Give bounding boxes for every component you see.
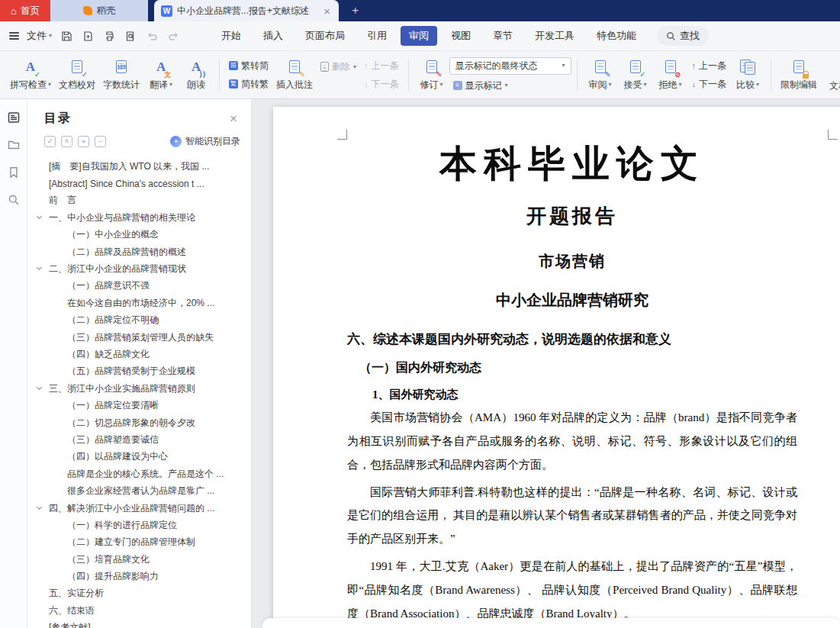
search-icon[interactable]: [8, 194, 20, 206]
doc-report-type: 开题报告: [347, 203, 797, 230]
translate-button[interactable]: A文 翻译▾: [143, 53, 179, 96]
restrict-edit-button[interactable]: 限制编辑: [777, 53, 821, 96]
accept-label: 接受: [624, 79, 642, 92]
collapse-all-icon[interactable]: ˄: [61, 136, 72, 147]
outline-panel-icon[interactable]: [8, 111, 20, 124]
document-area: 本科毕业论文 开题报告 市场营销 中小企业品牌营销研究 六、综述本课题国内外研究…: [252, 99, 840, 628]
new-tab-button[interactable]: ＋: [349, 3, 361, 19]
collapse-chevron-icon[interactable]: [37, 504, 42, 510]
toc-item[interactable]: （四）提升品牌影响力: [27, 568, 251, 585]
accept-button[interactable]: ✓ 接受▾: [618, 53, 653, 96]
toc-item[interactable]: 二、浙江中小企业的品牌营销现状: [27, 260, 251, 277]
collapse-chevron-icon[interactable]: [37, 385, 42, 390]
trad-to-simp-button[interactable]: 简 繁转简: [225, 59, 272, 73]
chapters-icon[interactable]: [8, 139, 20, 151]
toc-item[interactable]: （一）科学的进行品牌定位: [27, 517, 251, 533]
prev-comment-button[interactable]: ↑ 上一条: [360, 59, 403, 73]
export-icon[interactable]: [82, 31, 94, 42]
toc-item[interactable]: 三、浙江中小企业实施品牌营销原则: [27, 380, 251, 397]
insert-comment-button[interactable]: ✎ 插入批注: [272, 53, 317, 96]
collapse-level-icon[interactable]: －: [95, 136, 106, 147]
quick-access-toolbar: [61, 31, 179, 42]
menu-tab[interactable]: 特色功能: [588, 26, 645, 46]
toc-item[interactable]: 前 言: [27, 192, 251, 209]
toc-item[interactable]: [摘 要]自我国加入 WTO 以来，我国 ...: [27, 158, 251, 175]
toc-item[interactable]: 五、实证分析: [27, 585, 251, 602]
search-icon: [666, 31, 676, 41]
print-icon[interactable]: [104, 31, 115, 42]
markup-state-select[interactable]: 显示标记的最终状态▾: [449, 57, 571, 75]
toc-item[interactable]: （一）中小企业的概念: [27, 227, 251, 243]
expand-level-icon[interactable]: ＋: [78, 136, 89, 147]
track-changes-icon: ✎: [426, 59, 437, 76]
toc-item[interactable]: 六、结束语: [27, 602, 251, 619]
word-count-button[interactable]: 123 字数统计: [99, 53, 143, 96]
delete-comment-button[interactable]: 删除▾: [317, 60, 360, 74]
next-comment-button[interactable]: ↓ 下一条: [360, 77, 403, 92]
reject-button[interactable]: ⊘ 拒绝▾: [653, 53, 688, 96]
toc-item[interactable]: [Abstract] Since China's accession t ...: [27, 175, 251, 192]
menu-tab[interactable]: 开始: [213, 26, 249, 46]
toc-item[interactable]: 很多企业家经营者认为品牌是靠广 ...: [27, 482, 251, 499]
toc-item[interactable]: （二）品牌及品牌营销的概述: [27, 243, 251, 260]
redo-icon[interactable]: [168, 31, 179, 42]
wps-file-icon: W: [161, 5, 172, 17]
close-tab-icon[interactable]: ×: [322, 5, 332, 17]
toc-item[interactable]: （三）培育品牌文化: [27, 551, 251, 568]
hamburger-menu-icon[interactable]: [9, 31, 19, 41]
find-button[interactable]: 查找: [657, 26, 709, 46]
docer-tab[interactable]: 稻壳: [50, 0, 148, 21]
toc-item[interactable]: （四）以品牌建设为中心: [27, 449, 251, 465]
compare-button[interactable]: 比较▾: [730, 53, 765, 96]
close-panel-icon[interactable]: ×: [230, 112, 237, 125]
menu-tab[interactable]: 引用: [359, 26, 395, 46]
menu-tab[interactable]: 审阅: [401, 26, 437, 46]
menu-tab[interactable]: 页面布局: [297, 26, 353, 46]
menu-tab[interactable]: 开发工具: [526, 26, 583, 46]
show-markup-button[interactable]: ≡ 显示标记▾: [449, 79, 571, 93]
collapse-chevron-icon[interactable]: [37, 265, 42, 270]
document-tab[interactable]: W 中小企业品牌营...报告+文献综述 ×: [154, 0, 339, 21]
menu-tab[interactable]: 视图: [443, 26, 479, 46]
document-page[interactable]: 本科毕业论文 开题报告 市场营销 中小企业品牌营销研究 六、综述本课题国内外研究…: [273, 107, 840, 628]
toc-item[interactable]: 一、中小企业与品牌营销的相关理论: [27, 209, 251, 226]
save-icon[interactable]: [61, 31, 72, 42]
track-changes-button[interactable]: ✎ 修订▾: [414, 53, 449, 96]
margin-mark-icon: [337, 130, 347, 140]
translate-label: 翻译: [150, 79, 168, 92]
print-preview-icon[interactable]: [125, 31, 137, 42]
smart-toc-button[interactable]: 智能识别目录: [170, 135, 240, 148]
spell-check-button[interactable]: A✓ 拼写检查▾: [6, 53, 55, 96]
collapse-chevron-icon[interactable]: [37, 214, 42, 219]
menu-tab[interactable]: 插入: [255, 26, 291, 46]
file-menu[interactable]: 文件 ▾: [27, 29, 52, 43]
toc-item[interactable]: （二）建立专门的品牌管理体制: [27, 534, 251, 551]
doc-proof-button[interactable]: ✓ 文档校对: [55, 53, 99, 96]
undo-icon[interactable]: [146, 31, 158, 42]
toc-item[interactable]: 四、解决浙江中小企业品牌营销问题的 ...: [27, 500, 251, 517]
toc-item[interactable]: （三）品牌塑造要诚信: [27, 431, 251, 448]
toc-item[interactable]: （五）品牌营销受制于企业规模: [27, 363, 251, 380]
home-tab[interactable]: ⌂ 首页: [0, 0, 50, 21]
toc-item[interactable]: （二）品牌定位不明确: [27, 312, 251, 329]
read-aloud-button[interactable]: A⟩⟩ 朗读: [179, 53, 214, 96]
review-button[interactable]: ✎ 审阅▾: [583, 53, 618, 96]
toc-item[interactable]: （一）品牌意识不强: [27, 278, 251, 295]
toc-item[interactable]: 品牌是企业的核心系统。产品是这个 ...: [27, 465, 251, 482]
delete-comment-label: 删除: [332, 60, 350, 73]
toc-item[interactable]: [参考文献]: [27, 620, 251, 628]
next-change-button[interactable]: ↓ 下一条: [688, 77, 731, 92]
toc-item[interactable]: （三）品牌营销策划管理人员的缺失: [27, 329, 251, 346]
menu-tab[interactable]: 章节: [484, 26, 521, 46]
up-arrow-icon: ↑: [364, 62, 369, 70]
prev-change-button[interactable]: ↑ 上一条: [688, 59, 731, 73]
bookmarks-icon[interactable]: [8, 166, 20, 179]
toc-item[interactable]: 在如今这自由的市场经济中，20% ...: [27, 295, 251, 311]
toc-item[interactable]: （二）切忌品牌形象的朝令夕改: [27, 414, 251, 431]
toc-item[interactable]: （四）缺乏品牌文化: [27, 346, 251, 362]
simp-to-trad-button[interactable]: 繁 简转繁: [225, 77, 272, 92]
trad-icon: 繁: [229, 79, 238, 89]
toc-select-icon[interactable]: ✓: [44, 136, 56, 147]
toc-item[interactable]: （一）品牌定位要清晰: [27, 397, 251, 414]
doc-permission-button[interactable]: 文档权限: [826, 54, 840, 97]
